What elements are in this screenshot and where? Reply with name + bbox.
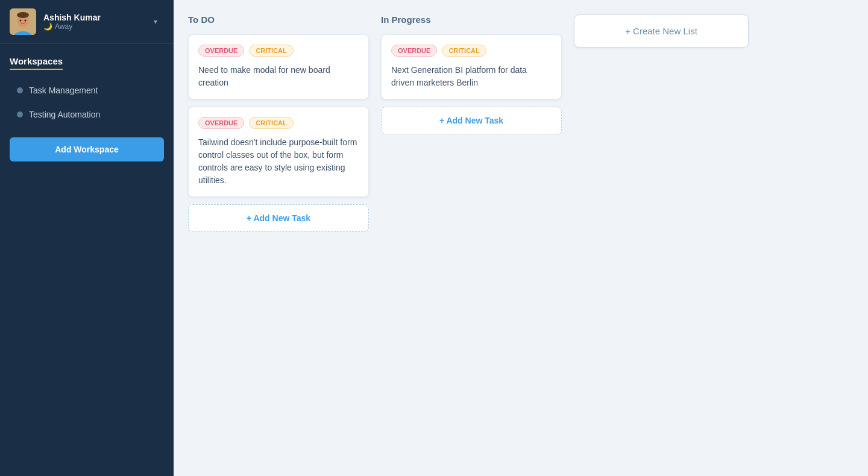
svg-point-3: [17, 12, 29, 18]
workspace-label-task-management: Task Management: [29, 86, 98, 95]
tag-overdue-2: OVERDUE: [198, 117, 244, 129]
create-new-list-button[interactable]: + Create New List: [574, 14, 749, 48]
column-in-progress: In Progress OVERDUE CRITICAL Next Genera…: [381, 14, 562, 134]
task-3-text: Next Generation BI platform for data dri…: [391, 64, 552, 89]
tag-overdue-1: OVERDUE: [198, 45, 244, 57]
column-header-todo: To DO: [188, 14, 369, 25]
workspace-label-testing-automation: Testing Automation: [29, 110, 100, 119]
workspaces-section: Workspaces Task Management Testing Autom…: [0, 44, 174, 133]
user-header: Ashish Kumar 🌙 Away ▾: [0, 0, 174, 44]
tag-critical-1: CRITICAL: [249, 45, 293, 57]
moon-icon: 🌙: [43, 22, 52, 31]
column-todo: To DO OVERDUE CRITICAL Need to make moda…: [188, 14, 369, 232]
sidebar-item-testing-automation[interactable]: Testing Automation: [10, 104, 164, 125]
user-name: Ashish Kumar: [43, 13, 140, 22]
task-2-tags: OVERDUE CRITICAL: [198, 117, 359, 129]
task-card-3[interactable]: OVERDUE CRITICAL Next Generation BI plat…: [381, 34, 562, 99]
column-header-in-progress: In Progress: [381, 14, 562, 25]
task-2-text: Tailwind doesn't include purpose-built f…: [198, 136, 359, 187]
task-1-text: Need to make modal for new board creatio…: [198, 64, 359, 89]
task-1-tags: OVERDUE CRITICAL: [198, 45, 359, 57]
sidebar: Ashish Kumar 🌙 Away ▾ Workspaces Task Ma…: [0, 0, 174, 476]
workspaces-label: Workspaces: [10, 56, 63, 70]
add-workspace-button[interactable]: Add Workspace: [10, 137, 164, 161]
add-task-button-in-progress[interactable]: + Add New Task: [381, 107, 562, 134]
board-area: To DO OVERDUE CRITICAL Need to make moda…: [174, 0, 868, 476]
add-task-button-todo[interactable]: + Add New Task: [188, 204, 369, 232]
tag-overdue-3: OVERDUE: [391, 45, 437, 57]
user-info: Ashish Kumar 🌙 Away: [43, 13, 140, 31]
svg-point-4: [20, 20, 22, 22]
task-3-tags: OVERDUE CRITICAL: [391, 45, 552, 57]
workspace-dot-testing-automation: [17, 111, 23, 117]
sidebar-item-task-management[interactable]: Task Management: [10, 80, 164, 101]
tag-critical-2: CRITICAL: [249, 117, 293, 129]
svg-point-5: [25, 20, 27, 22]
create-list-wrapper: + Create New List: [574, 14, 749, 48]
main-content: To DO OVERDUE CRITICAL Need to make moda…: [174, 0, 868, 476]
workspace-list: Task Management Testing Automation: [10, 80, 164, 125]
status-text: Away: [55, 22, 72, 31]
user-dropdown-button[interactable]: ▾: [147, 13, 164, 30]
user-status: 🌙 Away: [43, 22, 140, 31]
avatar: [10, 8, 36, 35]
tag-critical-3: CRITICAL: [442, 45, 486, 57]
task-card-1[interactable]: OVERDUE CRITICAL Need to make modal for …: [188, 34, 369, 99]
workspace-dot-task-management: [17, 87, 23, 93]
task-card-2[interactable]: OVERDUE CRITICAL Tailwind doesn't includ…: [188, 107, 369, 197]
